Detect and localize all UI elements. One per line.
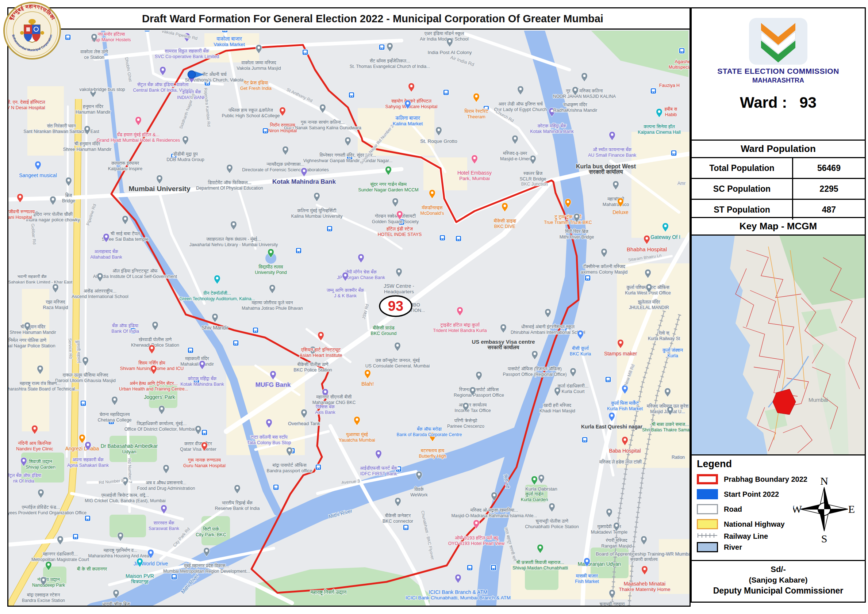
population-panel: Ward Population Total Population 56469 S…: [691, 140, 866, 218]
map-label: कुर्ला दंडाधिकारी...Kurla Court: [557, 383, 589, 394]
bus-stop-icon: [253, 327, 259, 333]
sidebar: STATE ELECTION COMMISSION MAHARASHTRA Wa…: [691, 7, 866, 603]
map-label: अवर लेडी ऑफ इजिप्त चर्चOur Lady of Egypt…: [494, 101, 547, 112]
park-area: [110, 515, 146, 537]
map-label: महाराष्ट्र निसर्ग उद्यान: [310, 589, 347, 595]
ward-number-badge: 93: [380, 296, 412, 316]
ward-heading: Ward :93: [692, 94, 865, 111]
keymap-city-label: Mumbai: [809, 397, 828, 403]
map-label: ट्राइडेंट हॉटेल बांद्रा कुर्लाTrident Ho…: [433, 322, 487, 333]
map-label: कुर्ला फिश मार्केटKurla Fish Market: [607, 400, 643, 411]
map-label: धारावी क्रीक ब्रिज: [102, 601, 130, 606]
map-label: Kurla East Qureshi nagar: [581, 424, 643, 429]
bus-stop-icon: [379, 44, 385, 50]
compass-n: N: [820, 475, 828, 487]
legend-label: National Highway: [724, 520, 785, 529]
map-label: बीकेसी ग्राउंडBKC Ground: [371, 325, 397, 336]
bus-stop-icon: [171, 574, 177, 580]
legend-item-river: River: [697, 543, 865, 552]
map-label: कलिना बाजारKalina Market: [393, 115, 423, 126]
bus-stop-icon: [651, 88, 656, 94]
map-label: धीरूभाई अंबानी इंटरनैशनल स्कूलDhirubhai …: [511, 324, 585, 335]
legend-swatch-prabhag-boundary: [697, 474, 718, 484]
map-label: रंगारी मस्जिदRangari Masjid: [601, 538, 631, 549]
sc-population-label: SC Population: [692, 179, 793, 199]
sc-population-value: 2295: [793, 179, 865, 199]
map-label: एशियन हार्ट इन्स्टिट्यूटAsian Heart Inst…: [299, 347, 342, 358]
bus-stop-icon: [403, 524, 409, 530]
map-label: महानगर सीएनजी बीसीMahanagar CNG BKC: [312, 395, 356, 405]
map-label: Sangeet musical: [19, 173, 57, 178]
keymap-panel: Key Map - MCGM: [691, 217, 866, 455]
bus-stop-icon: [73, 534, 79, 539]
bus-stop-icon: [85, 515, 90, 521]
legend-label: River: [724, 543, 742, 552]
map-label: Maasaheb MinataiThakre Maternity Home: [619, 581, 670, 592]
compass-rose-icon: N E S W: [793, 474, 855, 544]
map-label: नंदिनी आय क्लिनिकNandini Eye Clinic: [16, 440, 53, 451]
map-label: BKC Junction: [521, 182, 548, 187]
legend-panel: Legend Prabhag Boundary 2022 Start Point…: [691, 454, 866, 561]
map-frame: Draft Ward Formation For General Electio…: [7, 7, 691, 607]
st-population-value: 487: [793, 200, 865, 219]
map-label: आईडीएफसी फर्स्ट बँकIDFC FIRST Bank: [360, 465, 397, 476]
table-row-total-population: Total Population 56469: [692, 158, 865, 179]
map-label: St. Roque Grotto: [420, 138, 457, 144]
map-label: Baba Hospital: [609, 448, 640, 454]
map-label: Fauziya H: [659, 83, 680, 88]
bus-stop-icon: [439, 235, 445, 241]
map-label: Joggers' Park: [144, 394, 175, 400]
legend-label: Railway Line: [724, 532, 768, 541]
district-area: [27, 86, 64, 155]
map-label: Gateway Of I: [651, 234, 680, 240]
map-label: ओयो 8193 हॉटेल पर्ल व्ह्यूOYO 8193 Hotel…: [448, 535, 505, 546]
map-label: अपना सहकारी बँकApna Sahakari Bank: [67, 457, 109, 468]
map-label: Service Rd: [68, 338, 73, 359]
map-label: महाकाली मंदिरMahakali Mandir: [180, 356, 214, 367]
population-header: Ward Population: [692, 141, 865, 158]
map-label: गेट फ्रेश इंडियाGet Fresh India: [240, 80, 271, 91]
bus-stop-icon: [491, 565, 496, 570]
map-label: कतार वीजा सेंटरQatar Visa Center: [180, 441, 217, 452]
sec-name-line1: STATE ELECTION COMMISSION: [692, 67, 865, 76]
bus-stop-icon: [233, 340, 239, 346]
table-row-sc-population: SC Population 2295: [692, 179, 865, 200]
total-population-label: Total Population: [692, 158, 793, 178]
legend-title: Legend: [697, 459, 865, 470]
legend-swatch-road: [697, 504, 718, 514]
map-label: Hotel EmbassyPark, Mumbai: [457, 170, 492, 181]
bus-stop-icon: [273, 484, 279, 490]
title-bar: Draft Ward Formation For General Electio…: [8, 8, 690, 30]
ward-label: Ward :: [740, 94, 787, 111]
bus-stop-icon: [144, 31, 150, 32]
map-label: MUFG Bank: [256, 381, 291, 388]
legend-swatch-national-highway: [697, 519, 718, 529]
map-label: अलाहाबाद बँकAllahabad Bank: [90, 249, 122, 260]
map-label: Stamps maker: [604, 351, 637, 356]
svg-text:93: 93: [388, 298, 403, 314]
legend-swatch-river: [697, 542, 718, 552]
compass-s: S: [821, 533, 828, 544]
bus-stop-icon: [456, 236, 461, 241]
map-label: Kurla Qabrstan: [525, 486, 557, 492]
bus-stop-icon: [467, 565, 473, 570]
map-label: थिराम रेस्टॉरंटTheeram: [464, 109, 488, 120]
map-label: कलिना मुंबई युनिव्हर्सिटीKalina Mumbai U…: [291, 208, 343, 219]
map-label: Bhabha Hospital: [627, 246, 667, 252]
bus-stop-icon: [605, 376, 611, 382]
signature-sd: Sd/-: [692, 565, 865, 574]
bus-stop-icon: [443, 90, 449, 95]
legend-swatch-start-point: [697, 489, 718, 499]
map-label: ऍक्सिस बँकAxis Bank: [315, 404, 335, 415]
map-label: Shiv Mandir: [202, 325, 228, 331]
map-label: Blah!: [361, 381, 374, 387]
map-label: Rd Number 7: [127, 458, 132, 483]
map-label: Ration: [672, 455, 685, 460]
ward-formation-sheet: Draft Ward Formation For General Electio…: [0, 0, 868, 614]
district-area: [22, 289, 49, 431]
ward-number: 93: [799, 94, 817, 111]
bus-stop-icon: [302, 49, 308, 55]
map-label: चुनाभट्टी गुरुद्वारा: [599, 602, 625, 606]
page-title: Draft Ward Formation For General Electio…: [8, 8, 690, 29]
map-label: JSW Centre -Headquarters: [384, 283, 414, 294]
